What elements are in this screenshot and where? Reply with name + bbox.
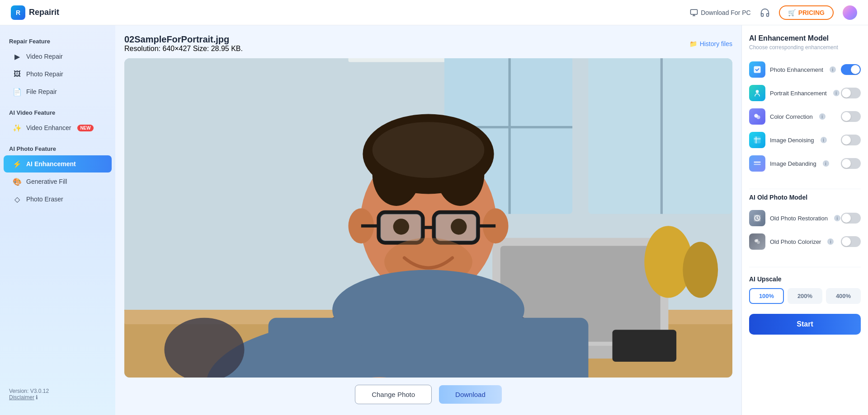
sidebar-item-video-enhancer[interactable]: ✨ Video Enhancer NEW — [4, 119, 112, 136]
toggle-knob — [842, 135, 851, 145]
photo-enhancement-info[interactable]: i — [830, 66, 836, 73]
app-logo-icon: R — [11, 5, 25, 20]
old-photo-restoration-label: Old Photo Restoration — [770, 215, 828, 222]
file-meta-row: Resolution: 640×427 Size: 28.95 KB. — [124, 45, 243, 53]
divider-1 — [749, 189, 861, 189]
new-badge: NEW — [77, 125, 93, 131]
old-photo-colorizer-info[interactable]: i — [827, 238, 834, 245]
portrait-enhancement-label: Portrait Enhancement — [770, 90, 827, 97]
svg-rect-47 — [754, 162, 761, 163]
download-pc-button[interactable]: Download For PC — [690, 9, 751, 17]
deband-svg — [753, 159, 762, 168]
image-debanding-icon — [749, 155, 765, 172]
feature-row-portrait-enhancement: Portrait Enhancement i — [749, 81, 861, 105]
file-size: Size: 28.95 KB. — [193, 45, 243, 52]
pricing-button[interactable]: 🛒 PRICING — [779, 5, 834, 20]
pricing-label: PRICING — [798, 9, 825, 16]
color-correction-icon — [749, 108, 765, 125]
sidebar-item-file-repair[interactable]: 📄 File Repair — [4, 83, 112, 100]
svg-point-36 — [332, 270, 524, 350]
image-denoising-info[interactable]: i — [821, 137, 827, 143]
ai-enhancement-icon: ⚡ — [13, 159, 22, 168]
image-denoising-toggle[interactable] — [841, 135, 861, 145]
sidebar-item-photo-repair[interactable]: 🖼 Photo Repair — [4, 65, 112, 83]
old-photo-restoration-toggle[interactable] — [841, 213, 861, 224]
panel-title: AI Enhancement Model — [749, 34, 861, 42]
headset-icon[interactable] — [760, 8, 770, 18]
logo-area: R Repairit — [11, 5, 59, 20]
svg-point-52 — [757, 241, 760, 244]
feature-left-color-correction: Color Correction i — [749, 108, 826, 125]
video-repair-icon: ▶ — [13, 52, 22, 61]
sidebar-item-generative-fill[interactable]: 🎨 Generative Fill — [4, 173, 112, 190]
portrait-enhancement-info[interactable]: i — [833, 90, 840, 96]
sidebar-item-video-repair[interactable]: ▶ Video Repair — [4, 48, 112, 65]
feature-row-old-photo-restoration: Old Photo Restoration i — [749, 206, 861, 230]
image-debanding-toggle[interactable] — [841, 158, 861, 169]
file-info: 02SampleForPortrait.jpg Resolution: 640×… — [124, 34, 243, 53]
main-layout: Repair Feature ▶ Video Repair 🖼 Photo Re… — [0, 25, 868, 415]
old-photo-section-title: AI Old Photo Model — [749, 194, 861, 201]
repair-feature-label: Repair Feature — [0, 34, 115, 47]
svg-point-43 — [756, 90, 759, 93]
toggle-knob — [842, 89, 851, 98]
file-resolution: Resolution: 640×427 — [124, 45, 191, 52]
sidebar-item-photo-eraser[interactable]: ◇ Photo Eraser — [4, 191, 112, 208]
generative-fill-icon: 🎨 — [13, 177, 22, 186]
sidebar-photo-eraser-label: Photo Eraser — [26, 196, 63, 203]
toggle-knob — [851, 65, 860, 74]
svg-point-32 — [393, 219, 409, 234]
feature-row-old-photo-colorizer: Old Photo Colorizer i — [749, 230, 861, 253]
photo-repair-icon: 🖼 — [13, 70, 22, 79]
photo-enhancement-icon — [749, 61, 765, 78]
toggle-knob — [842, 214, 851, 223]
portrait-enhancement-toggle[interactable] — [841, 88, 861, 98]
image-debanding-info[interactable]: i — [823, 160, 829, 167]
sidebar-item-ai-enhancement[interactable]: ⚡ AI Enhancement — [4, 155, 112, 173]
ai-photo-label: AI Photo Feature — [0, 142, 115, 155]
upscale-400-button[interactable]: 400% — [826, 288, 861, 304]
download-button[interactable]: Download — [439, 385, 502, 404]
photo-enhancement-label: Photo Enhancement — [770, 66, 823, 73]
feature-left-portrait-enhancement: Portrait Enhancement i — [749, 85, 840, 101]
upscale-section: AI Upscale 100% 200% 400% — [749, 275, 861, 308]
old-photo-restoration-info[interactable]: i — [834, 215, 840, 221]
video-enhancer-icon: ✨ — [13, 123, 22, 132]
old-photo-colorizer-label: Old Photo Colorizer — [770, 238, 821, 245]
change-photo-button[interactable]: Change Photo — [355, 385, 432, 404]
history-files-link[interactable]: 📁 History files — [689, 40, 732, 47]
color-correction-info[interactable]: i — [819, 113, 826, 120]
upscale-100-button[interactable]: 100% — [749, 288, 784, 304]
svg-point-45 — [756, 116, 760, 119]
folder-icon: 📁 — [689, 40, 697, 47]
svg-rect-48 — [754, 164, 761, 165]
file-header: 02SampleForPortrait.jpg Resolution: 640×… — [124, 34, 732, 53]
disclaimer-info-icon: ℹ — [36, 394, 38, 401]
old-photo-colorizer-toggle[interactable] — [841, 236, 861, 247]
feature-left-photo-enhancement: Photo Enhancement i — [749, 61, 836, 78]
svg-rect-0 — [691, 9, 698, 14]
bottom-bar: Change Photo Download — [124, 385, 732, 406]
svg-point-40 — [683, 242, 718, 298]
panel-subtitle: Choose corresponding enhancement — [749, 44, 861, 51]
history-files-label: History files — [700, 40, 732, 47]
sidebar-video-enhancer-label: Video Enhancer — [26, 124, 71, 131]
svg-point-53 — [756, 239, 759, 241]
portrait-svg — [753, 89, 762, 98]
color-correction-toggle[interactable] — [841, 111, 861, 122]
app-name: Repairit — [29, 8, 59, 17]
sidebar-content: Repair Feature ▶ Video Repair 🖼 Photo Re… — [0, 34, 115, 208]
denoise-svg — [753, 135, 762, 145]
main-content: 02SampleForPortrait.jpg Resolution: 640×… — [115, 25, 741, 415]
start-button[interactable]: Start — [749, 314, 861, 335]
feature-row-image-denoising: Image Denoising i — [749, 128, 861, 152]
upscale-200-button[interactable]: 200% — [788, 288, 822, 304]
user-avatar[interactable] — [843, 5, 857, 20]
disclaimer-link[interactable]: Disclaimer — [9, 394, 34, 401]
svg-point-33 — [451, 219, 467, 234]
old-photo-restoration-icon — [749, 210, 765, 226]
photo-enhancement-toggle[interactable] — [841, 64, 861, 75]
sidebar-file-repair-label: File Repair — [26, 88, 57, 95]
sidebar-generative-fill-label: Generative Fill — [26, 178, 67, 185]
feature-left-image-denoising: Image Denoising i — [749, 132, 827, 148]
